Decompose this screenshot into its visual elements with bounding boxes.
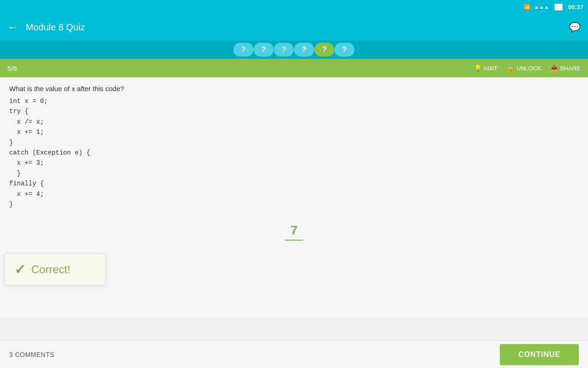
code-line-11: }: [9, 199, 579, 209]
page-title: Module 8 Quiz: [26, 22, 562, 33]
continue-button[interactable]: CONTINUE: [500, 344, 579, 365]
share-label: SHARE: [560, 65, 581, 72]
answer-area: 7: [9, 209, 579, 250]
progress-dot-6[interactable]: ?: [334, 43, 355, 57]
question-count: 5/6: [7, 64, 474, 72]
status-bar: 📶 ▲▲▲ ▐█▌ 00:37: [0, 0, 588, 14]
correct-checkmark: ✓: [14, 261, 26, 277]
correct-banner: ✓ Correct!: [5, 253, 106, 285]
question-text: What is the value of x after this code?: [9, 85, 579, 92]
code-line-2: try {: [9, 106, 579, 116]
hint-label: HINT: [484, 65, 498, 72]
code-line-6: catch (Exception e) {: [9, 148, 579, 158]
main-content: What is the value of x after this code? …: [0, 77, 588, 317]
progress-dot-2[interactable]: ?: [254, 43, 274, 57]
hint-button[interactable]: 💡 HINT: [474, 64, 498, 72]
share-icon: 📤: [550, 64, 558, 72]
battery-icon: ▐█▌: [553, 4, 565, 10]
wifi-icon: 📶: [524, 4, 531, 10]
code-line-10: x += 4;: [9, 189, 579, 199]
progress-bar: ? ? ? ? ? ?: [0, 40, 588, 59]
unlock-button[interactable]: 🔒 UNLOCK: [507, 64, 541, 72]
share-button[interactable]: 📤 SHARE: [550, 64, 581, 72]
hint-icon: 💡: [474, 64, 482, 72]
lock-icon: 🔒: [507, 64, 514, 72]
chat-icon[interactable]: 💬: [569, 22, 581, 33]
tools-bar: 💡 HINT 🔒 UNLOCK 📤 SHARE: [474, 64, 581, 72]
status-time: 00:37: [568, 4, 583, 11]
code-line-7: x += 3;: [9, 158, 579, 168]
unlock-label: UNLOCK: [516, 65, 541, 72]
code-block: int x = 0; try { x /= x; x += 1; } catch…: [9, 96, 579, 209]
top-bar: ← Module 8 Quiz 💬: [0, 14, 588, 40]
progress-dot-4[interactable]: ?: [294, 43, 314, 57]
code-line-8: }: [9, 168, 579, 178]
bottom-bar: 3 COMMENTS CONTINUE: [0, 340, 588, 368]
comments-button[interactable]: 3 COMMENTS: [9, 351, 54, 358]
code-line-5: }: [9, 138, 579, 148]
code-line-9: finally {: [9, 178, 579, 189]
correct-text: Correct!: [31, 263, 70, 276]
back-icon: ←: [7, 21, 18, 34]
signal-icon: ▲▲▲: [534, 4, 549, 10]
progress-dot-3[interactable]: ?: [274, 43, 294, 57]
back-button[interactable]: ←: [7, 21, 18, 34]
code-line-3: x /= x;: [9, 117, 579, 127]
progress-dot-5[interactable]: ?: [314, 43, 334, 57]
progress-dot-1[interactable]: ?: [233, 43, 254, 57]
code-line-1: int x = 0;: [9, 96, 579, 106]
sub-header: 5/6 💡 HINT 🔒 UNLOCK 📤 SHARE: [0, 59, 588, 77]
answer-value: 7: [285, 223, 303, 241]
code-line-4: x += 1;: [9, 127, 579, 137]
